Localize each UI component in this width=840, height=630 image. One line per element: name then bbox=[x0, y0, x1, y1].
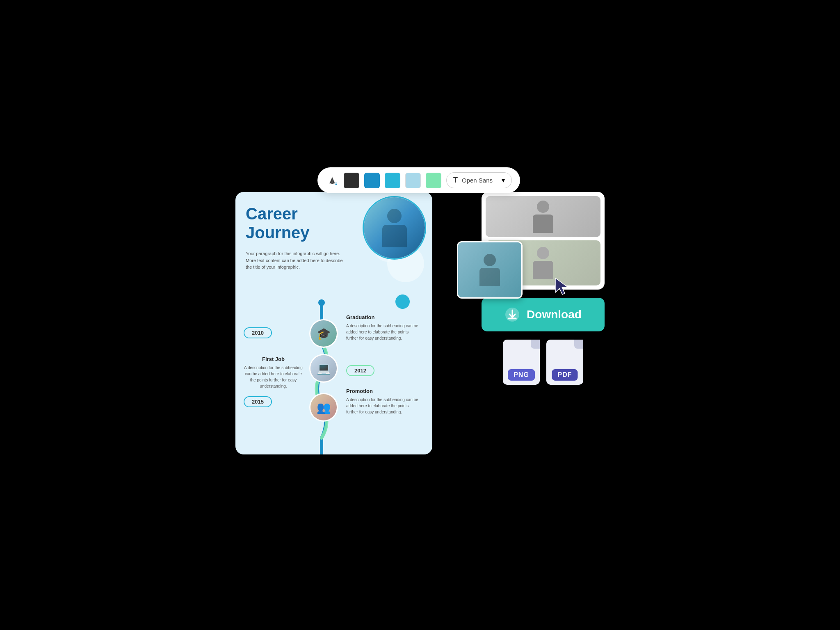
overlay-image bbox=[457, 241, 523, 299]
svg-point-2 bbox=[318, 299, 325, 306]
intro-text: Your paragraph for this infographic will… bbox=[246, 250, 344, 271]
circle-photo-promotion: 👥 bbox=[309, 393, 338, 422]
hero-circle-image bbox=[363, 196, 426, 260]
color-swatch-dark[interactable] bbox=[344, 173, 359, 188]
font-name-label: Open Sans bbox=[462, 177, 493, 184]
color-swatch-green[interactable] bbox=[426, 173, 441, 188]
download-label: Download bbox=[527, 308, 582, 321]
font-selector[interactable]: T Open Sans ▾ bbox=[446, 172, 512, 188]
year-2010: 2010 bbox=[244, 327, 272, 338]
font-t-icon: T bbox=[453, 176, 458, 185]
cursor-icon bbox=[553, 276, 611, 288]
color-swatch-paleblue[interactable] bbox=[405, 173, 421, 188]
color-swatch-lightblue[interactable] bbox=[385, 173, 400, 188]
pdf-file-icon[interactable]: PDF bbox=[546, 340, 583, 385]
file-formats: PNG PDF bbox=[482, 340, 605, 385]
pdf-badge: PDF bbox=[552, 369, 578, 381]
main-container: T Open Sans ▾ CareerJourney Your paragra… bbox=[235, 167, 605, 463]
download-icon bbox=[504, 307, 520, 322]
year-2012: 2012 bbox=[346, 365, 374, 376]
png-file-icon[interactable]: PNG bbox=[503, 340, 540, 385]
svg-marker-6 bbox=[555, 278, 568, 294]
gallery-image-top bbox=[486, 196, 600, 237]
png-badge: PNG bbox=[508, 369, 535, 381]
graduation-info: Graduation A description for the subhead… bbox=[346, 314, 420, 341]
firstjob-info: First Job A description for the subheadi… bbox=[244, 356, 303, 389]
circle-photo-firstjob: 💻 bbox=[309, 354, 338, 383]
chevron-down-icon: ▾ bbox=[502, 176, 505, 184]
color-swatch-blue[interactable] bbox=[364, 173, 380, 188]
image-gallery bbox=[482, 192, 605, 290]
right-panel: Download PNG PDF bbox=[482, 192, 605, 385]
paint-bucket-icon[interactable] bbox=[326, 174, 339, 187]
promotion-info: Promotion A description for the subheadi… bbox=[346, 388, 420, 415]
circle-photo-graduation: 🎓 bbox=[309, 319, 338, 348]
year-2015: 2015 bbox=[244, 396, 272, 407]
deco-circle-blue bbox=[395, 294, 410, 309]
toolbar: T Open Sans ▾ bbox=[317, 167, 520, 193]
download-button[interactable]: Download bbox=[482, 298, 605, 331]
